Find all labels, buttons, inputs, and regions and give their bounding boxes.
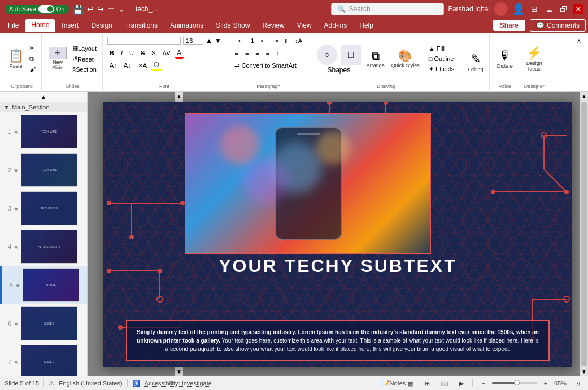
slideshow-button[interactable]: ▶: [455, 377, 468, 389]
char-spacing-button[interactable]: AV: [160, 49, 173, 58]
indent-less-button[interactable]: ⇤: [259, 36, 268, 46]
columns-button[interactable]: ⫿: [282, 36, 290, 45]
zoom-in-button[interactable]: +: [539, 377, 552, 389]
redo-icon[interactable]: ↪: [97, 5, 104, 14]
accessibility-status[interactable]: Accessibility: Investigate: [145, 380, 212, 387]
more-icon[interactable]: ⌄: [118, 5, 125, 14]
menu-view[interactable]: View: [291, 20, 317, 31]
zoom-thumb[interactable]: [514, 380, 520, 385]
section-label[interactable]: ▼ Main_Section: [0, 102, 87, 112]
normal-view-button[interactable]: ▦: [404, 377, 417, 389]
right-scroll-top[interactable]: ▲: [580, 92, 588, 100]
paste-button[interactable]: 📋 Paste: [6, 47, 26, 70]
comments-button[interactable]: 💬 Comments: [530, 19, 586, 32]
slide-thumb-7[interactable]: 7 ★ SLIDE 7: [0, 343, 87, 376]
shape-oval-button[interactable]: ○: [317, 45, 337, 65]
format-painter-button[interactable]: 🖌: [27, 65, 38, 74]
convert-smartart-button[interactable]: ⇌ Convert to SmartArt: [232, 61, 298, 71]
line-spacing-button[interactable]: ↕: [274, 49, 282, 58]
font-name-input[interactable]: [107, 37, 181, 45]
restore-button[interactable]: 🗗: [559, 4, 569, 14]
zoom-level[interactable]: 65%: [554, 380, 567, 387]
minimize-button[interactable]: 🗕: [544, 4, 554, 14]
undo-icon[interactable]: ↩: [87, 5, 94, 14]
align-left-button[interactable]: ≡: [232, 49, 240, 58]
justify-button[interactable]: ≡: [264, 49, 272, 58]
font-size-input[interactable]: [183, 37, 203, 45]
zoom-slider[interactable]: [492, 382, 537, 384]
new-slide-button[interactable]: + NewSlide: [46, 46, 69, 72]
shape-effects-button[interactable]: ✦ Effects: [426, 64, 456, 74]
increase-size-button[interactable]: A↑: [107, 61, 119, 70]
save-icon[interactable]: 💾: [72, 4, 84, 15]
design-ideas-button[interactable]: ⚡ DesignIdeas: [524, 45, 545, 73]
italic-button[interactable]: I: [119, 49, 125, 58]
ribbon-toggle-button[interactable]: ⊟: [529, 4, 539, 14]
right-scroll[interactable]: ▲ ▼: [580, 92, 588, 376]
slide-thumb-1[interactable]: 1 ★ TECH WIRE: [0, 112, 87, 151]
reading-view-button[interactable]: 📖: [438, 377, 451, 389]
right-scroll-bottom[interactable]: ▼: [580, 367, 588, 376]
slide-thumb-4[interactable]: 4 ★ ALT DISCOVERY: [0, 227, 87, 266]
indent-more-button[interactable]: ⇥: [271, 36, 280, 46]
present-icon[interactable]: ▭: [107, 5, 115, 14]
autosave-badge[interactable]: AutoSave On: [5, 5, 69, 14]
menu-help[interactable]: Help: [354, 20, 379, 31]
editing-button[interactable]: ✎ Editing: [465, 51, 486, 73]
cut-button[interactable]: ✂: [27, 43, 38, 53]
highlight-button[interactable]: ⬡: [151, 60, 162, 71]
notes-button[interactable]: 📝 Notes: [387, 377, 400, 389]
menu-file[interactable]: File: [2, 20, 24, 31]
menu-review[interactable]: Review: [256, 20, 290, 31]
strikethrough-button[interactable]: S: [138, 49, 147, 58]
text-direction-button[interactable]: ↕A: [293, 36, 304, 45]
close-button[interactable]: ✕: [573, 4, 583, 14]
align-center-button[interactable]: ≡: [243, 49, 251, 58]
font-color-button[interactable]: A: [175, 48, 184, 59]
quick-styles-button[interactable]: 🎨 Quick Styles: [389, 48, 422, 69]
clear-format-button[interactable]: ✕A: [136, 61, 149, 71]
bold-button[interactable]: B: [107, 49, 116, 58]
font-size-down-icon[interactable]: ▼: [215, 37, 221, 45]
search-box[interactable]: 🔍 Search: [331, 3, 444, 15]
shadow-button[interactable]: S: [149, 49, 158, 58]
slide-title[interactable]: YOUR TECHY SUBTEXT: [103, 256, 572, 277]
dictate-button[interactable]: 🎙 Dictate: [495, 47, 515, 70]
fit-slide-button[interactable]: ⊡: [571, 377, 583, 389]
shape-outline-button[interactable]: □ Outline: [426, 54, 456, 63]
menu-insert[interactable]: Insert: [56, 20, 84, 31]
scroll-bottom-button[interactable]: ▼: [175, 367, 183, 376]
autosave-toggle[interactable]: [38, 5, 54, 13]
collapse-ribbon-button[interactable]: ∧: [574, 36, 583, 46]
bullet-list-button[interactable]: ≡•: [232, 36, 242, 45]
zoom-out-button[interactable]: −: [477, 377, 490, 389]
align-right-button[interactable]: ≡: [253, 49, 261, 58]
slide-thumb-3[interactable]: 3 ★ TECH SLIDE: [0, 189, 87, 227]
scroll-top-button[interactable]: ▲: [175, 92, 183, 100]
share-button[interactable]: Share: [493, 20, 525, 31]
decrease-size-button[interactable]: A↓: [121, 61, 133, 70]
menu-slideshow[interactable]: Slide Show: [210, 20, 255, 31]
menu-design[interactable]: Design: [85, 20, 117, 31]
slide-thumb-5[interactable]: 5 ★ ACTIVE: [0, 266, 87, 304]
arrange-button[interactable]: ⧉ Arrange: [364, 49, 387, 69]
right-scroll-thumb[interactable]: [581, 102, 587, 366]
shape-rect-button[interactable]: □: [341, 45, 361, 65]
reset-button[interactable]: ↺ Reset: [70, 54, 99, 64]
menu-addins[interactable]: Add-ins: [319, 20, 353, 31]
underline-button[interactable]: U: [127, 49, 136, 58]
slide-sorter-button[interactable]: ⊞: [421, 377, 434, 389]
font-size-up-icon[interactable]: ▲: [206, 37, 212, 45]
slide-thumb-2[interactable]: 2 ★ TECH WIRE: [0, 151, 87, 189]
shape-fill-button[interactable]: ▲ Fill: [426, 44, 456, 53]
scroll-up-button[interactable]: ▲: [0, 92, 87, 102]
layout-button[interactable]: ▦ Layout: [70, 43, 99, 53]
section-button[interactable]: § Section: [70, 65, 99, 74]
slide-thumb-6[interactable]: 6 ★ SLIDE 6: [0, 304, 87, 343]
menu-transitions[interactable]: Transitions: [119, 20, 163, 31]
menu-animations[interactable]: Animations: [164, 20, 209, 31]
number-list-button[interactable]: ≡1: [245, 36, 257, 45]
copy-button[interactable]: ⧉: [27, 54, 38, 64]
menu-home[interactable]: Home: [25, 19, 55, 32]
slide-body-box[interactable]: Simply dummy text of the printing and ty…: [126, 320, 550, 361]
